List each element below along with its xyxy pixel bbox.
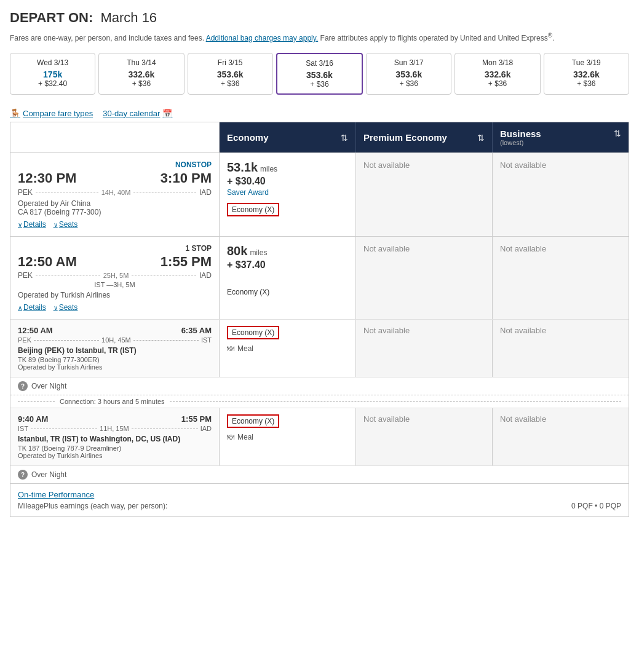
seg1-economy: Economy (X) 🍽 Meal <box>220 320 356 377</box>
compare-fare-link[interactable]: 🪑 Compare fare types <box>10 108 93 118</box>
seg2-premium: Not available <box>356 408 493 465</box>
header-premium-col: Premium Economy ⇅ <box>356 122 493 152</box>
business-col-title: Business <box>500 128 541 139</box>
route-row-2: PEK 25H, 5M IAD <box>18 271 212 280</box>
seg1-depart: 12:50 AM <box>18 326 53 335</box>
details-link-2[interactable]: ∧ Details <box>18 303 46 312</box>
title-date: March 16 <box>100 10 157 25</box>
fare-info-bar: Fares are one-way, per person, and inclu… <box>10 31 629 44</box>
date-card-2[interactable]: Fri 3/15 353.6k + $36 <box>188 53 273 95</box>
results-grid: Economy ⇅ Premium Economy ⇅ Business (lo… <box>10 122 629 517</box>
economy-fare-2[interactable]: 80k miles + $37.40 Economy (X) <box>220 237 356 319</box>
seg2-economy-badge: Economy (X) <box>227 414 279 428</box>
destination-1: IAD <box>199 188 212 197</box>
operated-by-2: Operated by Turkish Airlines <box>18 291 212 299</box>
chevron-down-icon-2b: ∨ <box>54 304 58 311</box>
route-row-1: PEK 14H, 40M IAD <box>18 188 212 197</box>
date-miles-3: 353.6k <box>282 70 357 80</box>
segment-info-2: 9:40 AM 1:55 PM IST 11H, 15M IAD Istanbu… <box>10 408 220 465</box>
connection-bar: Connection: 3 hours and 5 minutes <box>10 395 629 408</box>
seg1-business: Not available <box>493 320 629 377</box>
dash-line-1 <box>36 192 98 192</box>
fare-badge-1: Economy (X) <box>227 203 279 216</box>
date-miles-5: 332.6k <box>460 69 534 79</box>
date-price-2: + $36 <box>193 79 268 88</box>
depart-time-2: 12:50 AM <box>18 254 77 270</box>
flight-info-1: NONSTOP 12:30 PM 3:10 PM PEK 14H, 40M IA… <box>10 153 220 236</box>
controls-bar: 🪑 Compare fare types 30-day calendar 📅 <box>10 105 629 122</box>
date-miles-2: 353.6k <box>193 69 268 79</box>
miles-label-2: miles <box>250 248 267 257</box>
details-link-1[interactable]: ∨ Details <box>18 220 46 229</box>
depart-time-1: 12:30 PM <box>18 170 76 186</box>
question-icon-2: ? <box>18 470 28 480</box>
economy-col-title: Economy <box>227 132 269 143</box>
chevron-down-icon-1b: ∨ <box>54 221 58 228</box>
title-prefix: DEPART ON: <box>10 10 93 25</box>
date-card-5[interactable]: Mon 3/18 332.6k + $36 <box>454 53 540 95</box>
premium-col-title: Premium Economy <box>363 132 447 143</box>
dash-line-2 <box>36 275 100 275</box>
chevron-up-icon-2: ∧ <box>18 304 22 311</box>
date-price-5: + $36 <box>460 79 534 88</box>
destination-2: IAD <box>199 271 212 280</box>
date-selector: Wed 3/13 175k + $32.40 Thu 3/14 332.6k +… <box>10 53 629 95</box>
date-card-1[interactable]: Thu 3/14 332.6k + $36 <box>98 53 184 95</box>
seg2-arrive: 1:55 PM <box>181 414 212 424</box>
date-card-0[interactable]: Wed 3/13 175k + $32.40 <box>10 53 95 95</box>
date-card-3[interactable]: Sat 3/16 353.6k + $36 <box>276 53 363 95</box>
seg2-business: Not available <box>493 408 629 465</box>
segment-row-2: 9:40 AM 1:55 PM IST 11H, 15M IAD Istanbu… <box>10 408 629 465</box>
earnings-value: 0 PQF • 0 PQP <box>571 502 621 510</box>
via-2: IST —3H, 5M <box>18 281 212 288</box>
operated-by-1: Operated by Air China <box>18 199 212 208</box>
date-price-1: + $36 <box>104 79 178 88</box>
seg1-arrive: 6:35 AM <box>181 326 212 335</box>
aircraft-1: CA 817 (Boeing 777-300) <box>18 208 212 216</box>
seat-icon: 🪑 <box>10 108 20 118</box>
overnight-label-2: Over Night <box>31 470 66 479</box>
miles-1: 53.1k <box>227 160 258 175</box>
date-label-5: Mon 3/18 <box>460 58 534 67</box>
premium-sort-icon[interactable]: ⇅ <box>477 133 485 143</box>
header-business-col: Business (lowest) ⇅ <box>493 122 629 152</box>
seg1-flight-no: TK 89 (Boeing 777-300ER) <box>18 356 212 363</box>
business-sort-icon[interactable]: ⇅ <box>614 128 621 138</box>
compare-fare-label: Compare fare types <box>23 109 93 118</box>
date-price-4: + $36 <box>371 79 446 88</box>
seg1-route-label: Beijing (PEK) to Istanbul, TR (IST) <box>18 346 212 355</box>
header-economy-col: Economy ⇅ <box>220 122 356 152</box>
date-card-4[interactable]: Sun 3/17 353.6k + $36 <box>366 53 451 95</box>
date-price-6: + $36 <box>549 79 624 88</box>
overnight-row-2: ? Over Night <box>10 465 629 483</box>
seg2-flight-no: TK 187 (Boeing 787-9 Dreamliner) <box>18 445 212 452</box>
fare-badge-plain-2: Economy (X) <box>227 288 348 296</box>
date-card-6[interactable]: Tue 3/19 332.6k + $36 <box>544 53 629 95</box>
seats-link-2[interactable]: ∨ Seats <box>54 303 78 312</box>
date-label-0: Wed 3/13 <box>15 58 90 67</box>
calendar-link[interactable]: 30-day calendar 📅 <box>103 109 172 118</box>
flight-row-1: NONSTOP 12:30 PM 3:10 PM PEK 14H, 40M IA… <box>10 152 629 236</box>
date-price-3: + $36 <box>282 80 357 89</box>
seg2-route-label: Istanbul, TR (IST) to Washington, DC, US… <box>18 435 212 443</box>
bag-charges-link[interactable]: Additional bag charges may apply. <box>206 34 319 42</box>
bottom-section: On-time Performance MileagePlus earnings… <box>10 483 629 516</box>
seats-link-1[interactable]: ∨ Seats <box>54 220 78 229</box>
times-row-1: 12:30 PM 3:10 PM <box>18 170 212 186</box>
calendar-label: 30-day calendar <box>103 109 160 118</box>
economy-fare-1[interactable]: 53.1k miles + $30.40 Saver Award Economy… <box>220 153 356 236</box>
connection-text: Connection: 3 hours and 5 minutes <box>55 398 170 405</box>
premium-fare-1: Not available <box>356 153 493 236</box>
arrive-time-1: 3:10 PM <box>161 170 212 186</box>
date-miles-6: 332.6k <box>549 69 624 79</box>
on-time-link[interactable]: On-time Performance <box>18 490 94 499</box>
date-label-3: Sat 3/16 <box>282 59 357 68</box>
arrive-time-2: 1:55 PM <box>161 254 212 270</box>
dash-line-1b <box>133 192 196 192</box>
links-row-1: ∨ Details ∨ Seats <box>18 220 212 229</box>
miles-2: 80k <box>227 244 247 258</box>
date-label-4: Sun 3/17 <box>371 58 446 67</box>
links-row-2: ∧ Details ∨ Seats <box>18 303 212 312</box>
economy-sort-icon[interactable]: ⇅ <box>341 133 348 143</box>
stop-type-2: 1 STOP <box>18 244 212 253</box>
